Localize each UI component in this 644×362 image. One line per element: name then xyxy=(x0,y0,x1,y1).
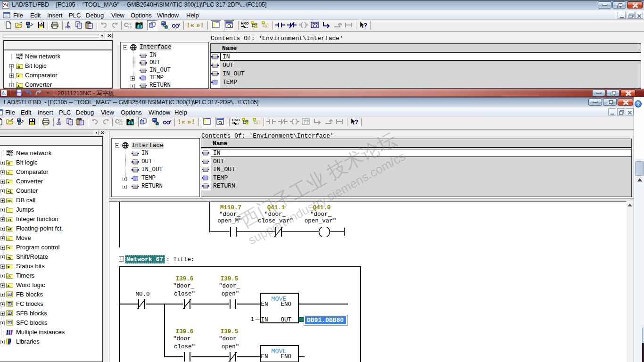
svg-text:10: 10 xyxy=(128,25,132,29)
svg-text:??: ?? xyxy=(312,23,318,28)
svg-text:<: < xyxy=(17,74,19,78)
svg-text:»!: »! xyxy=(196,22,204,29)
svg-text:HKO: HKO xyxy=(17,53,23,57)
svg-text:??: ?? xyxy=(303,119,309,124)
svg-text:?: ? xyxy=(355,118,358,125)
svg-text:◷: ◷ xyxy=(8,275,11,279)
svg-text:HKO: HKO xyxy=(7,150,13,153)
svg-text:≠: ≠ xyxy=(8,265,9,269)
svg-text:HKO: HKO xyxy=(232,118,240,122)
svg-text:A: A xyxy=(265,25,267,28)
svg-text:!«: !« xyxy=(177,118,185,125)
svg-text:DB: DB xyxy=(8,199,12,203)
svg-text:»!: »! xyxy=(187,118,195,125)
svg-text:01: 01 xyxy=(128,22,132,25)
svg-text:HKO: HKO xyxy=(241,21,249,25)
svg-text:⊙: ⊙ xyxy=(8,162,10,165)
svg-text:A: A xyxy=(256,122,258,124)
svg-text:?: ? xyxy=(363,22,367,29)
svg-text:±1: ±1 xyxy=(8,218,11,222)
svg-text:A: A xyxy=(2,90,5,95)
svg-text:⌂: ⌂ xyxy=(8,237,9,241)
svg-text:!«: !« xyxy=(186,22,194,29)
svg-text:±R: ±R xyxy=(8,228,12,231)
svg-text:<: < xyxy=(8,171,9,175)
svg-text:10: 10 xyxy=(119,122,123,125)
svg-text:⊙: ⊙ xyxy=(17,65,20,69)
svg-text:01: 01 xyxy=(119,119,123,122)
svg-text:≪: ≪ xyxy=(8,256,11,260)
svg-text:+1: +1 xyxy=(8,190,11,194)
